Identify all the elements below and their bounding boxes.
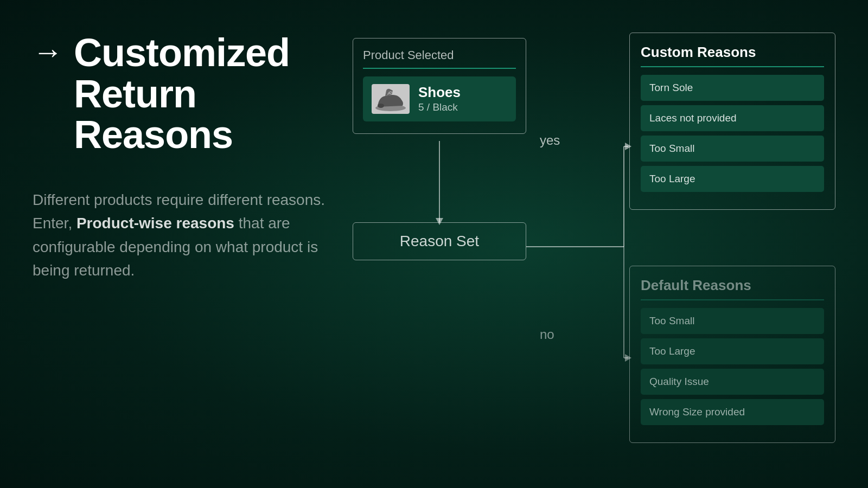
reason-set-label: Reason Set xyxy=(368,233,510,250)
shoe-image xyxy=(372,84,410,114)
product-info: Shoes 5 / Black xyxy=(418,85,461,113)
default-reason-0: Too Small xyxy=(641,308,824,334)
custom-reasons-panel: Custom Reasons Torn Sole Laces not provi… xyxy=(629,33,835,210)
title-block: → CustomizedReturnReasons xyxy=(33,33,336,156)
default-reasons-title: Default Reasons xyxy=(641,277,824,300)
custom-reason-2: Too Small xyxy=(641,136,824,162)
custom-reasons-title: Custom Reasons xyxy=(641,44,824,67)
left-section: → CustomizedReturnReasons Different prod… xyxy=(33,33,336,282)
product-box: Product Selected Shoes 5 / Black xyxy=(353,38,526,134)
shoe-svg xyxy=(373,86,408,112)
yes-label: yes xyxy=(540,133,560,148)
default-reasons-panel: Default Reasons Too Small Too Large Qual… xyxy=(629,266,835,443)
custom-reason-0: Torn Sole xyxy=(641,75,824,101)
arrow-icon: → xyxy=(33,37,63,67)
diagram: Product Selected Shoes 5 / Black Reason xyxy=(336,33,835,477)
default-reason-3: Wrong Size provided xyxy=(641,399,824,425)
product-variant: 5 / Black xyxy=(418,101,461,113)
main-title: CustomizedReturnReasons xyxy=(74,33,290,156)
product-box-title: Product Selected xyxy=(363,48,516,69)
custom-reason-3: Too Large xyxy=(641,166,824,192)
product-name: Shoes xyxy=(418,85,461,100)
custom-reason-1: Laces not provided xyxy=(641,105,824,131)
no-label: no xyxy=(540,327,554,342)
product-card: Shoes 5 / Black xyxy=(363,76,516,121)
default-reason-1: Too Large xyxy=(641,338,824,364)
description-bold: Product-wise reasons xyxy=(76,215,234,232)
reason-set-box: Reason Set xyxy=(353,222,526,260)
default-reason-2: Quality Issue xyxy=(641,369,824,395)
svg-point-10 xyxy=(378,104,384,108)
description: Different products require different rea… xyxy=(33,188,336,282)
